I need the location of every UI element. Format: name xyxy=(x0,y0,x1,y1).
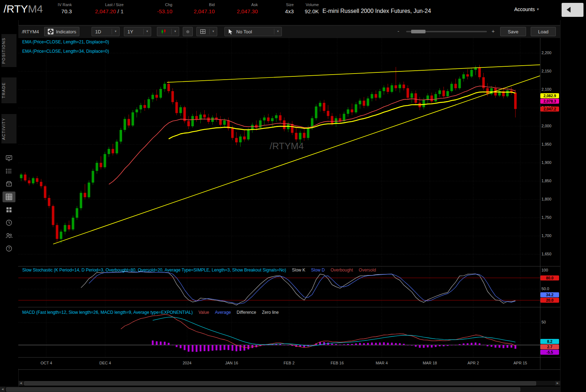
window-scrollbar[interactable]: ◄ ► xyxy=(0,387,586,392)
panel-divider[interactable] xyxy=(18,266,560,266)
macd-panel[interactable]: MACD (Fast length=12, Slow length=26, MA… xyxy=(18,308,540,357)
panel-divider[interactable] xyxy=(18,307,560,307)
drawing-tool-dropdown[interactable]: No Tool ▼ xyxy=(224,27,282,36)
macd-study-label[interactable]: MACD (Fast length=12, Slow length=26, MA… xyxy=(22,310,279,315)
field-value: 92.0K xyxy=(297,8,319,15)
axis-price-bubble: 34.2 xyxy=(540,292,559,297)
zoom-out-button[interactable]: - xyxy=(397,28,399,34)
help-icon: ? xyxy=(5,245,13,252)
price-axis[interactable]: 2,2002,1502,1002,0502,0001,9501,9001,850… xyxy=(540,38,560,266)
price-axis-label: 1,650 xyxy=(541,252,552,256)
stochastic-canvas[interactable] xyxy=(18,267,540,307)
stochastic-study-label[interactable]: Slow Stochastic (K Period=14, D Period=3… xyxy=(22,268,376,273)
chart-settings-button[interactable] xyxy=(183,27,193,36)
quote-header: /RTYM4 IV Rank70.3Last / Size2,047.20 / … xyxy=(0,0,586,20)
price-chart-panel[interactable]: EMA (Price=CLOSE, Length=21, Displace=0)… xyxy=(18,38,540,266)
timeframe-dropdown[interactable]: 1D▼ xyxy=(92,27,120,36)
axis-price-bubble: -5.5 xyxy=(540,350,559,355)
monitor-chart-tool[interactable] xyxy=(3,153,15,164)
header-field-last-size: Last / Size2,047.20 / 1 xyxy=(81,2,124,15)
grid-layout-dropdown[interactable]: ▼ xyxy=(196,27,217,36)
chart-scrollbar-thumb[interactable] xyxy=(24,381,536,386)
time-axis[interactable]: OCT 4DEC 42024JAN 16FEB 2FEB 16MAR 4MAR … xyxy=(18,358,540,369)
users-icon xyxy=(5,232,13,240)
chevron-down-icon: ▼ xyxy=(171,29,177,34)
load-button[interactable]: Load xyxy=(531,27,556,36)
dashboard-tool[interactable] xyxy=(3,204,15,215)
scroll-left-icon[interactable]: ◄ xyxy=(0,387,5,392)
axis-price-bubble: 80.0 xyxy=(540,275,559,280)
legend-zero-line: Zero line xyxy=(262,310,279,315)
history-tool[interactable] xyxy=(3,217,15,228)
accounts-dropdown[interactable]: Accounts▼ xyxy=(514,6,540,12)
scroll-left-icon[interactable]: ◄ xyxy=(18,381,23,386)
chart-toolbar: /RTYM4 Indicators 1D▼ 1Y▼ ▼ ▼ No Tool ▼ … xyxy=(18,25,560,38)
time-axis-label: APR 2 xyxy=(461,361,486,365)
candlestick-chart-icon xyxy=(161,29,167,35)
sidebar-tab-activity[interactable]: ACTIVITY xyxy=(1,114,17,143)
window-scrollbar-thumb[interactable] xyxy=(6,387,520,392)
zoom-slider-thumb[interactable] xyxy=(411,30,425,33)
time-axis-label: DEC 4 xyxy=(93,361,118,365)
list-tool[interactable] xyxy=(3,166,15,176)
header-field-bid: Bid2,047.10 xyxy=(185,2,215,15)
chevron-down-icon: ▼ xyxy=(209,29,215,34)
help-tool[interactable]: ? xyxy=(3,243,15,254)
time-axis-label: FEB 2 xyxy=(276,361,302,365)
macd-axis-label: 50 xyxy=(541,320,546,324)
legend-overbought: Overbought xyxy=(330,268,353,273)
price-axis-label: 1,800 xyxy=(541,197,552,201)
time-axis-label: 2024 xyxy=(175,361,200,365)
price-axis-label: 2,150 xyxy=(541,69,552,73)
header-field-volume: Volume92.0K xyxy=(297,2,319,15)
grid-icon xyxy=(200,29,206,34)
chart-symbol-label[interactable]: /RTYM4 xyxy=(22,27,39,36)
time-axis-label: MAR 4 xyxy=(369,361,394,365)
save-button[interactable]: Save xyxy=(500,27,526,36)
chart-grid-tool[interactable] xyxy=(3,192,15,202)
orders-tool[interactable] xyxy=(3,179,15,189)
scroll-right-icon[interactable]: ► xyxy=(555,381,560,386)
symbol-root: /RTY xyxy=(4,3,28,15)
field-label: Last / Size xyxy=(81,2,124,7)
axis-price-bubble: 2,047.2 xyxy=(540,107,559,112)
zoom-in-button[interactable]: + xyxy=(492,28,495,34)
symbol-suffix: M4 xyxy=(28,3,43,15)
axis-separator xyxy=(540,38,540,369)
axis-price-bubble: 2.7 xyxy=(540,344,559,349)
chart-scrollbar[interactable]: ◄ ► xyxy=(18,381,560,386)
indicators-button[interactable]: Indicators xyxy=(44,27,79,36)
stoch-axis-label: 50.0 xyxy=(541,287,549,291)
macd-axis[interactable]: 508.22.7-5.5 xyxy=(540,308,560,357)
axis-price-bubble: 2,082.9 xyxy=(540,93,559,98)
header-field-ask: Ask2,047.30 xyxy=(228,2,258,15)
sidebar-tab-trade[interactable]: TRADE xyxy=(1,77,17,103)
monitor-chart-icon xyxy=(5,154,13,162)
users-tool[interactable] xyxy=(3,230,15,241)
panel-divider xyxy=(18,357,560,358)
study-label-ema34[interactable]: EMA (Price=CLOSE, Length=34, Displace=0) xyxy=(22,49,109,54)
study-label-ema21[interactable]: EMA (Price=CLOSE, Length=21, Displace=0) xyxy=(22,39,109,44)
collapse-panel-button[interactable] xyxy=(562,3,583,17)
legend-value: Value xyxy=(199,310,209,315)
gear-icon xyxy=(186,29,190,35)
sidebar-tab-positions[interactable]: POSITIONS xyxy=(1,34,17,67)
history-icon xyxy=(5,219,13,227)
legend-oversold: Oversold xyxy=(359,268,376,273)
field-value: 4x3 xyxy=(277,8,294,15)
field-value: 2,047.20 / 1 xyxy=(81,8,124,15)
price-axis-label: 2,100 xyxy=(541,87,552,91)
cursor-icon xyxy=(228,29,233,35)
svg-text:?: ? xyxy=(8,247,10,251)
range-dropdown[interactable]: 1Y▼ xyxy=(124,27,151,36)
stochastic-panel[interactable]: Slow Stochastic (K Period=14, D Period=3… xyxy=(18,267,540,307)
stochastic-axis[interactable]: 10050.080.034.220.0 xyxy=(540,267,560,307)
field-value: 2,047.10 xyxy=(185,8,215,15)
axis-price-bubble: 8.2 xyxy=(540,339,559,344)
zoom-slider[interactable] xyxy=(406,31,487,32)
chart-type-dropdown[interactable]: ▼ xyxy=(157,27,179,36)
macd-canvas[interactable] xyxy=(18,308,540,357)
price-chart-canvas[interactable]: /RTYM4 xyxy=(18,38,540,266)
axis-price-bubble: 20.0 xyxy=(540,298,559,303)
legend-slow-k: Slow K xyxy=(292,268,305,273)
